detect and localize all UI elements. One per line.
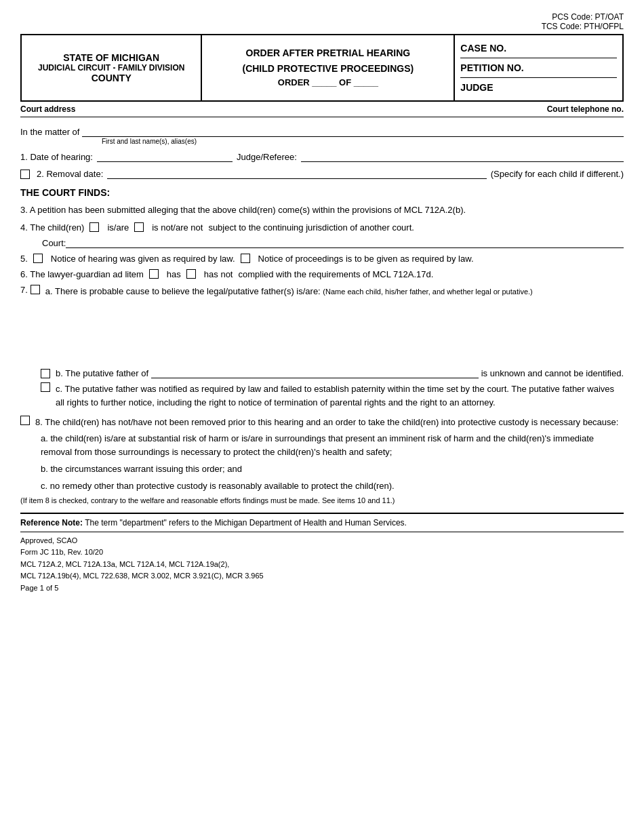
- item8c-text: c. no remedy other than protective custo…: [41, 481, 395, 491]
- item7a-detail: (Name each child, his/her father, and wh…: [323, 287, 532, 296]
- matter-label: In the matter of: [20, 127, 79, 137]
- judge-field[interactable]: [301, 161, 624, 162]
- header-right: CASE NO. PETITION NO. JUDGE: [454, 35, 623, 101]
- item6-has-not: has not: [204, 269, 233, 279]
- item8a-text: a. the child(ren) is/are at substantial …: [41, 433, 594, 458]
- item5-notice2-checkbox[interactable]: [241, 254, 250, 263]
- item4-is-are-checkbox[interactable]: [89, 222, 99, 232]
- item1-label: 1. Date of hearing:: [20, 152, 93, 162]
- item2-row: 2. Removal date: (Specify for each child…: [20, 169, 624, 179]
- item8-text: 8. The child(ren) has not/have not been …: [35, 416, 618, 429]
- item7c-row: c. The putative father was notified as r…: [41, 382, 624, 409]
- court-finds-heading: THE COURT FINDS:: [20, 187, 624, 198]
- item8-note: (If item 8 is checked, contrary to the w…: [20, 496, 624, 504]
- item5-row: 5. Notice of hearing was given as requir…: [20, 254, 624, 264]
- removal-field[interactable]: [107, 178, 486, 179]
- item7a-label: a. There is probable cause to believe th…: [45, 286, 321, 296]
- item5-number: 5.: [20, 254, 28, 264]
- item7c-checkbox[interactable]: [41, 382, 50, 392]
- item8b: b. the circumstances warrant issuing thi…: [41, 462, 624, 477]
- item7b-row: b. The putative father of is unknown and…: [41, 368, 624, 378]
- footer-line4: MCL 712A.19b(4), MCL 722.638, MCR 3.002,…: [20, 570, 624, 582]
- court-telephone-label: Court telephone no.: [547, 104, 624, 114]
- footer-line5: Page 1 of 5: [20, 582, 624, 595]
- item4-is-not-checkbox[interactable]: [134, 222, 144, 232]
- item8-section: 8. The child(ren) has not/have not been …: [20, 416, 624, 504]
- order-title-1: ORDER AFTER PRETRIAL HEARING: [207, 45, 448, 60]
- matter-top: In the matter of: [20, 127, 624, 137]
- item4-court-row: Court:: [42, 238, 624, 248]
- item4-court-label: Court:: [42, 238, 66, 248]
- item2-checkbox[interactable]: [20, 170, 30, 179]
- date-field[interactable]: [97, 161, 233, 162]
- footer-line2: Form JC 11b, Rev. 10/20: [20, 547, 624, 559]
- tcs-code: TCS Code: PTH/OFPL: [20, 22, 624, 31]
- header-center: ORDER AFTER PRETRIAL HEARING (CHILD PROT…: [201, 35, 454, 101]
- item4-label: 4. The child(ren): [20, 222, 84, 233]
- footer: Approved, SCAO Form JC 11b, Rev. 10/20 M…: [20, 532, 624, 595]
- item4-row: 4. The child(ren) is/are is not/are not …: [20, 222, 624, 233]
- item8a: a. the child(ren) is/are at substantial …: [41, 432, 624, 460]
- item2-label: 2. Removal date:: [37, 169, 103, 179]
- case-no-label: CASE NO.: [460, 39, 617, 58]
- order-line: ORDER _____ OF _____: [207, 76, 448, 90]
- item5-notice1-checkbox[interactable]: [33, 254, 43, 263]
- court-info-row: Court address Court telephone no.: [20, 102, 624, 117]
- matter-field[interactable]: [82, 136, 624, 137]
- footer-line1: Approved, SCAO: [20, 535, 624, 547]
- state-label: STATE OF MICHIGAN: [27, 52, 195, 63]
- item5-notice2-text: Notice of proceedings is to be given as …: [258, 254, 474, 264]
- court-name-field[interactable]: [66, 247, 624, 248]
- judge-label: JUDGE: [460, 78, 617, 97]
- item7a-content-area: [20, 303, 624, 364]
- item6-has-not-checkbox[interactable]: [186, 269, 196, 279]
- putative-father-field[interactable]: [151, 378, 479, 378]
- name-field-label: First and last name(s), alias(es): [102, 138, 624, 145]
- header-table: STATE OF MICHIGAN JUDICIAL CIRCUIT - FAM…: [20, 34, 624, 102]
- item4-is-not: is not/are not: [152, 222, 203, 233]
- item6-has: has: [167, 269, 181, 279]
- item7-text: a. There is probable cause to believe th…: [45, 285, 533, 298]
- item3-text: 3. A petition has been submitted allegin…: [20, 205, 466, 215]
- matter-container: In the matter of First and last name(s),…: [20, 127, 624, 145]
- page: PCS Code: PT/OAT TCS Code: PTH/OFPL STAT…: [0, 0, 644, 834]
- item7b-label: b. The putative father of: [56, 368, 148, 378]
- item1-row: 1. Date of hearing: Judge/Referee:: [20, 152, 624, 162]
- reference-note: Reference Note: The term "department" re…: [20, 513, 624, 528]
- pcs-tcs-codes: PCS Code: PT/OAT TCS Code: PTH/OFPL: [20, 12, 624, 31]
- item7c-text: c. The putative father was notified as r…: [56, 382, 624, 409]
- judge-referee-label: Judge/Referee:: [237, 152, 297, 162]
- item8b-text: b. the circumstances warrant issuing thi…: [41, 464, 242, 474]
- item7-row: 7. a. There is probable cause to believe…: [20, 285, 624, 298]
- order-title-2: (CHILD PROTECTIVE PROCEEDINGS): [207, 61, 448, 76]
- item6-row: 6. The lawyer-guardian ad litem has has …: [20, 269, 624, 279]
- reference-note-text: The term "department" refers to the Mich…: [85, 518, 407, 528]
- item7b-suffix: is unknown and cannot be identified.: [481, 368, 624, 378]
- item4-is-are: is/are: [107, 222, 129, 233]
- item3-row: 3. A petition has been submitted allegin…: [20, 203, 624, 217]
- item6-has-checkbox[interactable]: [149, 269, 159, 279]
- item4-suffix: subject to the continuing jurisdiction o…: [208, 222, 414, 233]
- item7b-checkbox[interactable]: [41, 369, 50, 378]
- court-address-label: Court address: [20, 104, 75, 114]
- item7-number: 7.: [20, 285, 28, 295]
- county-label: COUNTY: [27, 73, 195, 83]
- item7-checkbox[interactable]: [31, 285, 40, 294]
- footer-line3: MCL 712A.2, MCL 712A.13a, MCL 712A.14, M…: [20, 559, 624, 571]
- header-left: STATE OF MICHIGAN JUDICIAL CIRCUIT - FAM…: [21, 35, 201, 101]
- pcs-code: PCS Code: PT/OAT: [20, 12, 624, 22]
- item8c: c. no remedy other than protective custo…: [41, 479, 624, 494]
- petition-no-label: PETITION NO.: [460, 58, 617, 78]
- item2-specify: (Specify for each child if different.): [491, 169, 624, 179]
- item6-label: 6. The lawyer-guardian ad litem: [20, 269, 144, 279]
- division-label: JUDICIAL CIRCUIT - FAMILY DIVISION: [27, 63, 195, 73]
- reference-note-bold: Reference Note:: [20, 518, 83, 528]
- item6-suffix: complied with the requirements of MCL 71…: [238, 269, 433, 279]
- item8-header: 8. The child(ren) has not/have not been …: [20, 416, 624, 429]
- item5-notice1-text: Notice of hearing was given as required …: [51, 254, 235, 264]
- item8-checkbox[interactable]: [20, 416, 30, 425]
